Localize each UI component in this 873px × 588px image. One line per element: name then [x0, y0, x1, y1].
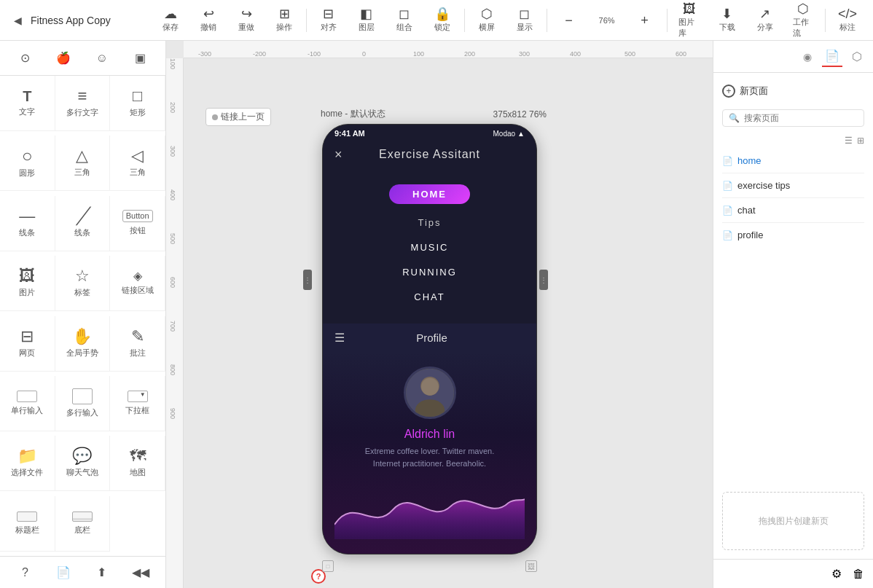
back-button[interactable]: ◀ — [9, 12, 26, 29]
save-button[interactable]: ☁ 保存 — [152, 4, 189, 36]
sidebar-layout-icon[interactable]: ▣ — [128, 45, 154, 71]
tool-image[interactable]: 🖼 图片 — [0, 256, 55, 311]
tool-footer[interactable]: 底栏 — [55, 496, 111, 552]
sidebar-home-icon[interactable]: ⊙ — [12, 45, 38, 71]
add-page-button[interactable]: + 新页面 — [722, 82, 864, 101]
operation-button[interactable]: ⊞ 操作 — [265, 4, 303, 36]
profile-bio: Extreme coffee lover. Twitter maven.Inte… — [334, 445, 525, 469]
canvas-area[interactable]: -300 -200 -100 0 100 200 300 400 500 600… — [166, 41, 713, 588]
image-handle[interactable]: 🖼 — [525, 560, 537, 572]
page-item-profile[interactable]: 📄 profile — [722, 226, 864, 244]
tab-layers[interactable]: ⬡ — [847, 47, 867, 67]
sidebar-apple-icon[interactable]: 🍎 — [50, 45, 77, 71]
export-icon[interactable]: ⬆ — [89, 560, 115, 586]
help-icon[interactable]: ? — [12, 560, 38, 586]
layer-button[interactable]: ◧ 图层 — [348, 4, 385, 36]
nav-home[interactable]: HOME — [323, 179, 536, 210]
corner-handle[interactable]: □ — [322, 560, 334, 572]
tool-chat-bubble[interactable]: 💬 聊天气泡 — [55, 436, 111, 491]
zoom-in-button[interactable]: + — [626, 11, 664, 30]
tool-multi-input[interactable]: 多行输入 — [55, 376, 111, 431]
tool-line2[interactable]: ╱ 线条 — [55, 196, 111, 251]
tool-webpage[interactable]: ⊟ 网页 — [0, 316, 55, 372]
sidebar-emoji-icon[interactable]: ☺ — [89, 45, 115, 71]
nav-tips[interactable]: Tips — [323, 210, 536, 235]
tool-hotspot[interactable]: ◈ 链接区域 — [110, 256, 165, 311]
page-item-home[interactable]: 📄 home — [722, 152, 864, 170]
page-info-bar: home - 默认状态 375x812 76% — [315, 108, 552, 120]
grid-view-icon[interactable]: ⊞ — [857, 136, 864, 146]
tool-single-input[interactable]: 单行输入 — [0, 376, 55, 431]
share-icon: ↗ — [759, 7, 770, 20]
page-item-chat[interactable]: 📄 chat — [722, 201, 864, 219]
page-doc-icon-3: 📄 — [722, 205, 733, 216]
tool-file[interactable]: 📁 选择文件 — [0, 436, 55, 491]
tool-gesture[interactable]: ✋ 全局手势 — [55, 316, 111, 372]
page-title: home - 默认状态 — [321, 108, 385, 120]
image-library-button[interactable]: 🖼 图片库 — [670, 0, 708, 42]
zoom-in-icon: + — [641, 14, 649, 27]
align-button[interactable]: ⊟ 对齐 — [310, 4, 348, 36]
map-icon: 🗺 — [130, 448, 146, 464]
workflow-button[interactable]: ⬡ 工作流 — [784, 0, 822, 42]
collapse-icon[interactable]: ◀◀ — [128, 560, 154, 586]
left-resize-handle[interactable]: ⋮ — [303, 270, 312, 290]
text-label: 文字 — [19, 106, 35, 117]
tool-button[interactable]: Button 按钮 — [110, 196, 165, 251]
hotspot-icon: ◈ — [133, 270, 142, 282]
running-link: RUNNING — [402, 267, 457, 278]
horizontal-button[interactable]: ⬡ 横屏 — [468, 4, 506, 36]
divider — [722, 173, 864, 173]
tool-annotation[interactable]: ✎ 批注 — [110, 316, 165, 372]
tab-pages[interactable]: 📄 — [822, 47, 842, 67]
download-button[interactable]: ⬇ 下载 — [708, 4, 746, 36]
pages-icon[interactable]: 📄 — [50, 560, 77, 586]
separator — [306, 9, 307, 32]
tool-rect[interactable]: □ 矩形 — [110, 76, 165, 131]
run-button[interactable]: ▶ 运行 — [866, 1, 873, 39]
right-resize-handle[interactable]: ⋮ — [539, 270, 548, 290]
lock-button[interactable]: 🔒 锁定 — [423, 4, 461, 36]
lock-icon: 🔒 — [434, 7, 450, 20]
share-button[interactable]: ↗ 分享 — [746, 4, 784, 36]
horizontal-icon: ⬡ — [481, 7, 493, 20]
tool-titlebar[interactable]: 标题栏 — [0, 496, 55, 552]
close-button[interactable]: × — [334, 147, 342, 162]
combine-button[interactable]: ◻ 组合 — [385, 4, 423, 36]
search-input[interactable] — [744, 113, 858, 123]
page-item-exercise-tips[interactable]: 📄 exercise tips — [722, 176, 864, 195]
top-bar-tools: ☁ 保存 ↩ 撤销 ↪ 重做 ⊞ 操作 ⊟ 对齐 ◧ 图层 ◻ 组合 🔒 — [152, 0, 873, 42]
triangle2-icon: ◁ — [131, 148, 144, 164]
tool-map[interactable]: 🗺 地图 — [110, 436, 165, 491]
status-right: Modao ▲ — [493, 130, 525, 138]
list-view-icon[interactable]: ☰ — [845, 136, 853, 146]
undo-button[interactable]: ↩ 撤销 — [189, 4, 227, 36]
tool-dropdown[interactable]: ▼ 下拉框 — [110, 376, 165, 431]
annotate-button[interactable]: </> 标注 — [829, 4, 866, 36]
cloud-icon: ☁ — [164, 7, 177, 20]
nav-running[interactable]: RUNNING — [323, 259, 536, 284]
tool-multiline-text[interactable]: ≡ 多行文字 — [55, 76, 111, 131]
settings-icon[interactable]: ⚙ — [828, 565, 845, 583]
tool-circle[interactable]: ○ 圆形 — [0, 136, 55, 191]
hamburger-icon[interactable]: ☰ — [334, 331, 345, 345]
tool-line1[interactable]: — 线条 — [0, 196, 55, 251]
nav-music[interactable]: MUSIC — [323, 235, 536, 259]
tool-triangle2[interactable]: ◁ 三角 — [110, 136, 165, 191]
nav-chat[interactable]: CHAT — [323, 284, 536, 309]
link-indicator[interactable]: 链接上一页 — [205, 108, 271, 126]
separator-5 — [825, 9, 826, 32]
redo-button[interactable]: ↪ 重做 — [227, 4, 265, 36]
webpage-icon: ⊟ — [20, 329, 34, 345]
tool-tag[interactable]: ☆ 标签 — [55, 256, 111, 311]
tool-text[interactable]: T 文字 — [0, 76, 55, 131]
zoom-level[interactable]: 76% — [588, 13, 626, 28]
display-button[interactable]: ◻ 显示 — [506, 4, 544, 36]
tab-properties[interactable]: ◉ — [797, 47, 818, 67]
download-icon: ⬇ — [721, 7, 732, 20]
tool-triangle1[interactable]: △ 三角 — [55, 136, 111, 191]
zoom-out-button[interactable]: − — [550, 11, 588, 30]
drag-drop-zone[interactable]: 拖拽图片创建新页 — [722, 492, 864, 550]
trash-icon[interactable]: 🗑 — [850, 565, 867, 583]
link-label: 链接上一页 — [221, 111, 265, 123]
